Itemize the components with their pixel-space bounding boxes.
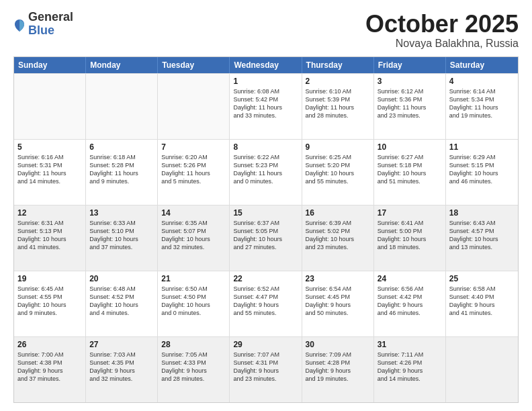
cell-text-line: Daylight: 11 hours	[449, 103, 515, 111]
cell-text-line: and 4 minutes.	[89, 309, 154, 317]
day-number: 27	[89, 340, 154, 349]
calendar-cell-r1-c5: 10Sunrise: 6:27 AMSunset: 5:18 PMDayligh…	[374, 140, 446, 205]
cell-text-line: Sunset: 4:28 PM	[306, 359, 370, 367]
cell-text-line: Daylight: 9 hours	[306, 367, 370, 375]
calendar-cell-r4-c1: 27Sunrise: 7:03 AMSunset: 4:35 PMDayligh…	[86, 337, 158, 402]
cell-text-line: Daylight: 9 hours	[161, 367, 226, 375]
header: General Blue October 2025 Novaya Balakhn…	[13, 11, 519, 50]
cell-text-line: Sunset: 4:33 PM	[161, 359, 226, 367]
cell-text-line: Sunset: 5:26 PM	[161, 161, 226, 169]
calendar-cell-r2-c6: 18Sunrise: 6:43 AMSunset: 4:57 PMDayligh…	[446, 205, 518, 271]
cell-text-line: Sunrise: 6:14 AM	[449, 87, 515, 95]
cell-text-line: and 32 minutes.	[89, 375, 154, 383]
cell-text-line: Sunset: 5:02 PM	[306, 227, 370, 235]
cell-text-line: Daylight: 10 hours	[306, 169, 370, 177]
cell-text-line: Daylight: 11 hours	[89, 169, 154, 177]
cell-text-line: and 33 minutes.	[233, 111, 298, 120]
cell-text-line: Sunrise: 6:27 AM	[378, 153, 442, 161]
cell-text-line: Sunrise: 7:07 AM	[233, 351, 298, 359]
cell-text-line: and 55 minutes.	[306, 177, 370, 185]
cell-text-line: Sunset: 4:47 PM	[233, 293, 298, 301]
calendar-cell-r4-c3: 29Sunrise: 7:07 AMSunset: 4:31 PMDayligh…	[230, 337, 302, 402]
cell-text-line: Daylight: 10 hours	[449, 235, 515, 243]
cell-text-line: Sunrise: 7:09 AM	[306, 351, 370, 359]
day-number: 26	[17, 340, 82, 349]
calendar-header: SundayMondayTuesdayWednesdayThursdayFrid…	[14, 57, 518, 73]
cell-text-line: Daylight: 10 hours	[17, 301, 82, 309]
logo-text: General Blue	[28, 11, 73, 38]
cell-text-line: and 41 minutes.	[449, 309, 515, 317]
header-day-saturday: Saturday	[446, 57, 518, 73]
calendar: SundayMondayTuesdayWednesdayThursdayFrid…	[13, 56, 519, 403]
cell-text-line: Sunrise: 6:29 AM	[449, 153, 515, 161]
cell-text-line: Sunset: 4:42 PM	[378, 293, 442, 301]
day-number: 30	[306, 340, 370, 349]
day-number: 23	[306, 274, 370, 283]
calendar-cell-r4-c6	[446, 337, 518, 402]
calendar-cell-r2-c0: 12Sunrise: 6:31 AMSunset: 5:13 PMDayligh…	[14, 205, 86, 271]
day-number: 14	[161, 208, 226, 218]
cell-text-line: and 9 minutes.	[17, 309, 82, 317]
day-number: 15	[233, 208, 298, 218]
day-number: 31	[378, 340, 442, 349]
cell-text-line: Sunset: 5:39 PM	[306, 95, 370, 103]
calendar-row-2: 12Sunrise: 6:31 AMSunset: 5:13 PMDayligh…	[14, 205, 518, 271]
cell-text-line: Sunset: 5:42 PM	[233, 95, 298, 103]
cell-text-line: and 14 minutes.	[378, 375, 442, 383]
day-number: 2	[306, 77, 370, 86]
cell-text-line: and 18 minutes.	[378, 243, 442, 251]
day-number: 7	[161, 142, 226, 152]
calendar-cell-r2-c1: 13Sunrise: 6:33 AMSunset: 5:10 PMDayligh…	[86, 205, 158, 271]
cell-text-line: Sunset: 4:55 PM	[17, 293, 82, 301]
header-day-tuesday: Tuesday	[158, 57, 230, 73]
calendar-cell-r0-c4: 2Sunrise: 6:10 AMSunset: 5:39 PMDaylight…	[302, 74, 374, 139]
calendar-cell-r3-c5: 24Sunrise: 6:56 AMSunset: 4:42 PMDayligh…	[374, 271, 446, 336]
cell-text-line: Daylight: 9 hours	[89, 367, 154, 375]
cell-text-line: Daylight: 10 hours	[378, 169, 442, 177]
cell-text-line: and 19 minutes.	[449, 111, 515, 120]
calendar-cell-r0-c5: 3Sunrise: 6:12 AMSunset: 5:36 PMDaylight…	[374, 74, 446, 139]
cell-text-line: Sunset: 4:38 PM	[17, 359, 82, 367]
cell-text-line: and 27 minutes.	[233, 243, 298, 251]
logo: General Blue	[13, 11, 73, 38]
calendar-cell-r0-c6: 4Sunrise: 6:14 AMSunset: 5:34 PMDaylight…	[446, 74, 518, 139]
calendar-cell-r4-c4: 30Sunrise: 7:09 AMSunset: 4:28 PMDayligh…	[302, 337, 374, 402]
calendar-cell-r1-c0: 5Sunrise: 6:16 AMSunset: 5:31 PMDaylight…	[14, 140, 86, 205]
cell-text-line: and 9 minutes.	[89, 177, 154, 185]
cell-text-line: Daylight: 9 hours	[306, 301, 370, 309]
cell-text-line: Sunset: 4:31 PM	[233, 359, 298, 367]
day-number: 5	[17, 142, 82, 152]
cell-text-line: Sunset: 5:15 PM	[449, 161, 515, 169]
cell-text-line: Daylight: 10 hours	[449, 169, 515, 177]
cell-text-line: and 0 minutes.	[161, 309, 226, 317]
cell-text-line: Daylight: 9 hours	[449, 301, 515, 309]
calendar-cell-r3-c0: 19Sunrise: 6:45 AMSunset: 4:55 PMDayligh…	[14, 271, 86, 336]
cell-text-line: Sunset: 4:35 PM	[89, 359, 154, 367]
calendar-body: 1Sunrise: 6:08 AMSunset: 5:42 PMDaylight…	[14, 73, 518, 402]
cell-text-line: and 28 minutes.	[161, 375, 226, 383]
cell-text-line: Sunset: 5:07 PM	[161, 227, 226, 235]
cell-text-line: Sunrise: 6:54 AM	[306, 285, 370, 293]
cell-text-line: and 37 minutes.	[89, 243, 154, 251]
calendar-cell-r3-c6: 25Sunrise: 6:58 AMSunset: 4:40 PMDayligh…	[446, 271, 518, 336]
day-number: 16	[306, 208, 370, 218]
cell-text-line: and 50 minutes.	[306, 309, 370, 317]
cell-text-line: Daylight: 10 hours	[161, 301, 226, 309]
calendar-cell-r1-c2: 7Sunrise: 6:20 AMSunset: 5:26 PMDaylight…	[158, 140, 230, 205]
cell-text-line: Sunset: 5:10 PM	[89, 227, 154, 235]
calendar-cell-r2-c2: 14Sunrise: 6:35 AMSunset: 5:07 PMDayligh…	[158, 205, 230, 271]
calendar-cell-r0-c1	[86, 74, 158, 139]
cell-text-line: Daylight: 11 hours	[306, 103, 370, 111]
cell-text-line: Sunrise: 6:31 AM	[17, 219, 82, 227]
day-number: 13	[89, 208, 154, 218]
calendar-row-3: 19Sunrise: 6:45 AMSunset: 4:55 PMDayligh…	[14, 271, 518, 336]
calendar-cell-r2-c3: 15Sunrise: 6:37 AMSunset: 5:05 PMDayligh…	[230, 205, 302, 271]
calendar-cell-r2-c5: 17Sunrise: 6:41 AMSunset: 5:00 PMDayligh…	[374, 205, 446, 271]
cell-text-line: Sunrise: 6:08 AM	[233, 87, 298, 95]
calendar-row-4: 26Sunrise: 7:00 AMSunset: 4:38 PMDayligh…	[14, 336, 518, 402]
calendar-cell-r1-c1: 6Sunrise: 6:18 AMSunset: 5:28 PMDaylight…	[86, 140, 158, 205]
cell-text-line: and 46 minutes.	[378, 309, 442, 317]
header-day-thursday: Thursday	[302, 57, 374, 73]
day-number: 22	[233, 274, 298, 283]
cell-text-line: Daylight: 10 hours	[306, 235, 370, 243]
